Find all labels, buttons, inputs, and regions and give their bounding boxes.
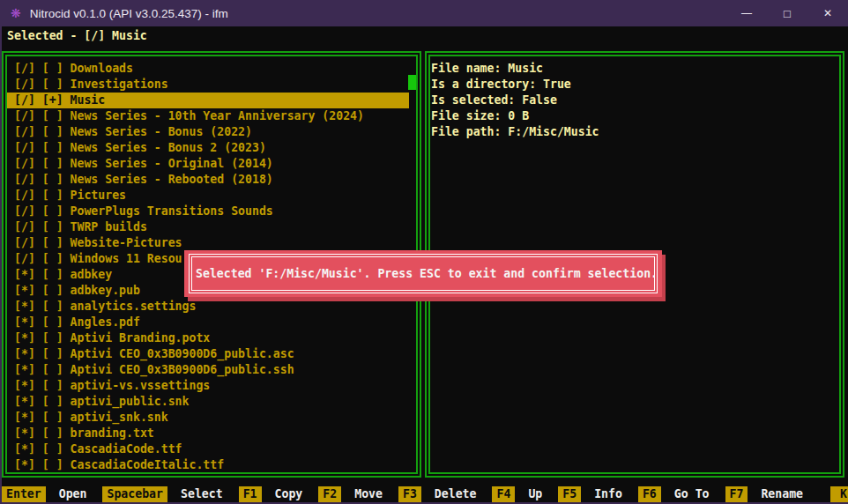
file-list-item[interactable]: [/] [ ] Downloads: [7, 61, 409, 77]
key-chip-f6[interactable]: F6: [638, 486, 661, 502]
dialog-message: Selected 'F:/Misc/Music'. Press ESC to e…: [189, 254, 658, 293]
key-action-label: Select: [181, 486, 223, 502]
window-controls: — □ ✕: [726, 0, 848, 26]
file-list-item[interactable]: [/] [ ] Website-Pictures: [7, 235, 409, 251]
keybinding-move: F2 Move: [318, 486, 383, 502]
keybinding-bar: Enter Open Spacebar Select F1 Copy F2 Mo…: [2, 486, 848, 502]
file-list-item[interactable]: [*] [ ] aptivi_snk.snk: [7, 410, 409, 426]
key-chip-f2[interactable]: F2: [318, 486, 341, 502]
titlebar: ❋ Nitrocid v0.1.0 (API v3.0.25.437) - if…: [0, 0, 848, 26]
file-list-item[interactable]: [*] [ ] aptivi_public.snk: [7, 394, 409, 410]
file-list-item[interactable]: [/] [ ] TWRP builds: [7, 219, 409, 235]
key-chip-enter[interactable]: Enter: [2, 486, 46, 502]
keybinding-k-truncated: K: [830, 486, 848, 502]
file-list-item[interactable]: [*] [ ] branding.txt: [7, 426, 409, 441]
file-info-line: Is selected: False: [431, 93, 839, 108]
file-list-item[interactable]: [*] [ ] Angles.pdf: [7, 315, 409, 330]
key-action-label: Up: [528, 486, 542, 502]
keybinding-open: Enter Open: [2, 486, 86, 502]
file-list-item[interactable]: [*] [ ] CascadiaCode.ttf: [7, 441, 409, 457]
file-list-item[interactable]: [/] [ ] Pictures: [7, 188, 409, 204]
file-list-item[interactable]: [/] [ ] PowerPlugs Transitions Sounds: [7, 204, 409, 219]
key-chip-f3[interactable]: F3: [398, 486, 421, 502]
file-list-item[interactable]: [*] [ ] Aptivi CEO_0x3B0900D6_public.asc: [7, 346, 409, 362]
file-list-item[interactable]: [/] [ ] Investigations: [7, 77, 409, 93]
keybinding-delete: F3 Delete: [398, 486, 477, 502]
file-info-line: File path: F:/Misc/Music: [431, 124, 839, 140]
scrollbar-thumb[interactable]: [408, 75, 416, 90]
key-action-label: Delete: [435, 486, 477, 502]
file-list-item[interactable]: [/] [ ] News Series - Bonus 2 (2023): [7, 140, 409, 156]
file-list-item[interactable]: [/] [ ] News Series - Original (2014): [7, 156, 409, 172]
keybinding-up: F4 Up: [492, 486, 542, 502]
maximize-button[interactable]: □: [767, 0, 807, 26]
nitrocid-logo-icon: ❋: [11, 7, 21, 19]
file-list-item[interactable]: [*] [ ] aptivi-vs.vssettings: [7, 378, 409, 394]
key-chip-f7[interactable]: F7: [725, 486, 748, 502]
selection-status: Selected - [/] Music: [7, 28, 147, 44]
minimize-button[interactable]: —: [726, 0, 767, 26]
key-chip-f1[interactable]: F1: [239, 486, 262, 502]
keybinding-info: F5 Info: [558, 486, 622, 502]
key-action-label: Copy: [275, 486, 303, 502]
key-action-label: Open: [59, 486, 87, 502]
key-chip-f4[interactable]: F4: [492, 486, 515, 502]
file-info-line: File size: 0 B: [431, 108, 839, 124]
file-list-item[interactable]: [*] [ ] Aptivi CEO_0x3B0900D6_public.ssh: [7, 362, 409, 378]
file-list-item[interactable]: [*] [ ] analytics.settings: [7, 299, 409, 315]
file-list-item[interactable]: [/] [ ] News Series - Bonus (2022): [7, 124, 409, 140]
selection-dialog: Selected 'F:/Misc/Music'. Press ESC to e…: [184, 250, 662, 297]
file-info-line: File name: Music: [431, 61, 839, 77]
key-action-label: Info: [594, 486, 622, 502]
file-info-line: Is a directory: True: [431, 77, 839, 93]
file-list-item-selected[interactable]: [/] [+] Music: [7, 93, 409, 108]
key-chip-k[interactable]: K: [830, 486, 848, 502]
file-list-item[interactable]: [*] [ ] Aptivi Branding.potx: [7, 330, 409, 346]
key-action-label: Rename: [761, 486, 803, 502]
close-button[interactable]: ✕: [807, 0, 848, 26]
keybinding-select: Spacebar Select: [102, 486, 222, 502]
file-list-item[interactable]: [/] [ ] News Series - 10th Year Annivers…: [7, 108, 409, 124]
keybinding-copy: F1 Copy: [239, 486, 303, 502]
key-action-label: Go To: [674, 486, 710, 502]
key-action-label: Move: [354, 486, 383, 502]
key-chip-f5[interactable]: F5: [558, 486, 581, 502]
file-list-item[interactable]: [*] [ ] CascadiaCodeItalic.ttf: [7, 457, 409, 472]
window-title: Nitrocid v0.1.0 (API v3.0.25.437) - ifm: [30, 7, 228, 20]
file-list-item[interactable]: [/] [ ] News Series - Rebooted (2018): [7, 172, 409, 188]
keybinding-rename: F7 Rename: [725, 486, 804, 502]
keybinding-goto: F6 Go To: [638, 486, 710, 502]
key-chip-spacebar[interactable]: Spacebar: [102, 486, 167, 502]
